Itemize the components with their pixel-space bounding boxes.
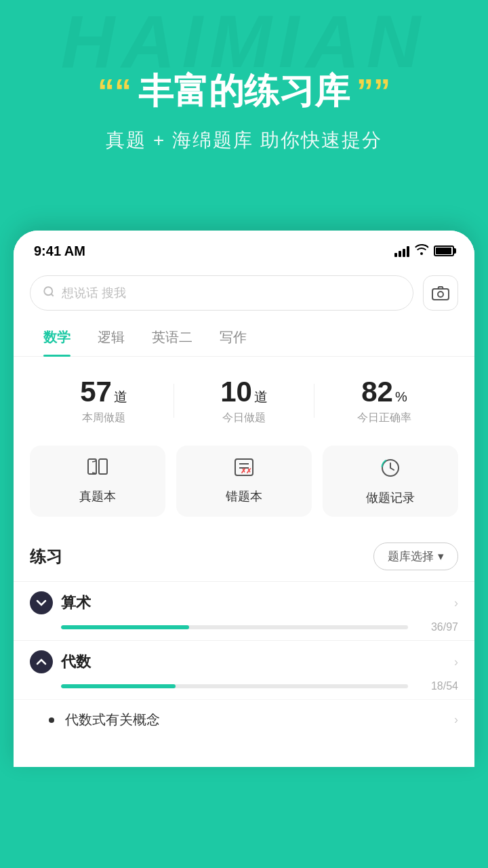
algebra-progress-count: 18/54 [418,680,458,692]
topic-select-label: 题库选择 [388,549,434,564]
svg-text:✗✗: ✗✗ [241,467,251,475]
sub-item-label: 代数式有关概念 [65,711,454,729]
camera-button[interactable] [423,275,458,311]
header-background: HAIMIAN ““ 丰富的练习库 ”” 真题 + 海绵题库 助你快速提分 [0,0,488,231]
stat-accuracy-label: 今日正确率 [314,411,454,425]
action-buttons-row: 真题本 ✗✗ 错题本 [14,439,474,533]
wifi-icon [415,244,428,258]
arithmetic-progress-fill [61,625,189,629]
svg-point-0 [44,287,52,295]
category-algebra-arrow: › [454,655,458,669]
stat-accuracy-value: 82 [361,376,393,408]
history-button[interactable]: 做题记录 [323,446,458,517]
tabs-row: 数学 逻辑 英语二 写作 [14,320,474,357]
dropdown-arrow-icon: ▾ [438,549,444,564]
svg-rect-4 [99,459,107,474]
stat-weekly-unit: 道 [114,388,127,406]
category-arithmetic: 算术 › 36/97 [14,581,474,640]
quote-left: ““ [98,75,131,108]
error-book-button[interactable]: ✗✗ 错题本 [176,446,312,517]
category-arithmetic-header[interactable]: 算术 › [30,591,458,614]
quote-right: ”” [357,75,390,108]
error-book-label: 错题本 [226,488,262,505]
stat-weekly-value: 57 [80,376,112,408]
real-questions-label: 真题本 [79,488,116,505]
category-arithmetic-progress: 36/97 [30,621,458,633]
stat-daily-unit: 道 [254,388,268,406]
clock-icon [380,458,401,483]
battery-icon [434,245,454,256]
svg-point-2 [438,292,443,297]
stat-weekly-label: 本周做题 [34,411,174,425]
status-time: 9:41 AM [34,243,85,259]
bottom-fade [14,740,474,767]
header-title-text: 丰富的练习库 [138,68,350,115]
stat-daily-value: 10 [220,376,252,408]
tab-writing[interactable]: 写作 [206,320,260,356]
history-label: 做题记录 [366,490,415,506]
stat-accuracy: 82 % 今日正确率 [314,376,454,425]
arithmetic-progress-count: 36/97 [418,621,458,633]
category-algebra-toggle [30,650,53,673]
sub-item-dot [49,717,54,723]
stat-daily: 10 道 今日做题 [174,376,314,425]
category-algebra: 代数 › 18/54 [14,640,474,699]
status-bar: 9:41 AM [14,231,474,266]
header-title-row: ““ 丰富的练习库 ”” [0,68,488,115]
search-icon [43,285,55,301]
sub-item-arrow: › [454,713,458,727]
practice-title: 练习 [30,546,62,568]
search-placeholder-text: 想说话 搜我 [62,285,126,301]
category-algebra-progress: 18/54 [30,680,458,692]
category-arithmetic-toggle [30,591,53,614]
header-subtitle: 真题 + 海绵题库 助你快速提分 [0,127,488,153]
stat-accuracy-unit: % [395,389,407,405]
book-icon [87,458,108,481]
tab-english[interactable]: 英语二 [138,320,206,356]
algebra-progress-fill [61,684,176,688]
real-questions-button[interactable]: 真题本 [30,446,165,517]
tab-math[interactable]: 数学 [30,320,84,356]
stats-row: 57 道 本周做题 10 道 今日做题 82 % 今日正确率 [14,359,474,439]
stat-weekly: 57 道 本周做题 [34,376,174,425]
error-book-icon: ✗✗ [234,458,254,481]
category-arithmetic-name: 算术 [61,593,446,613]
phone-inner: 9:41 AM [14,231,474,767]
stat-daily-label: 今日做题 [174,411,314,425]
svg-rect-1 [432,289,449,300]
tab-logic[interactable]: 逻辑 [84,320,138,356]
category-algebra-name: 代数 [61,652,446,672]
camera-icon [432,285,449,300]
category-arithmetic-arrow: › [454,596,458,610]
header-content: ““ 丰富的练习库 ”” 真题 + 海绵题库 助你快速提分 [0,68,488,153]
signal-icon [394,245,409,257]
practice-header: 练习 题库选择 ▾ [14,533,474,581]
category-algebra-header[interactable]: 代数 › [30,650,458,673]
phone-mockup: 9:41 AM [14,231,474,767]
algebra-progress-bar [61,684,408,688]
search-area: 想说话 搜我 [14,266,474,320]
topic-select-button[interactable]: 题库选择 ▾ [373,542,458,570]
sub-item-algebra-concept[interactable]: 代数式有关概念 › [14,699,474,740]
arithmetic-progress-bar [61,625,408,629]
search-bar-container[interactable]: 想说话 搜我 [30,275,413,311]
status-icons [394,244,454,258]
